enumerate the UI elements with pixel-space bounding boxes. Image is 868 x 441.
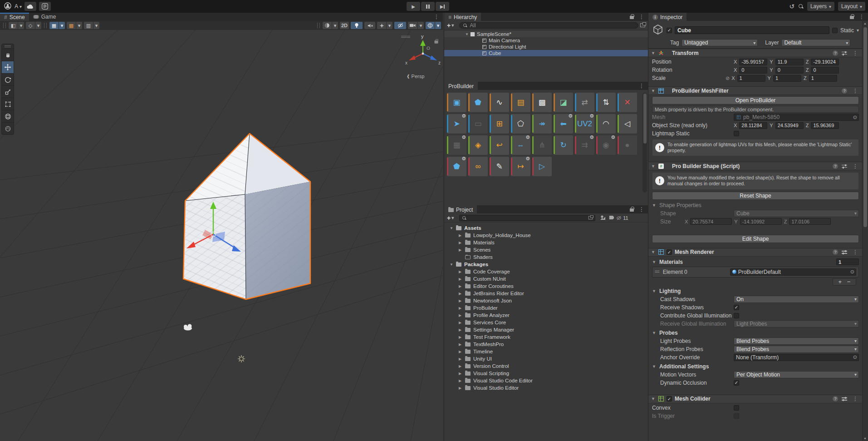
rotate-tool[interactable]: [2, 73, 14, 85]
foldout-arrow-icon[interactable]: [459, 241, 465, 245]
dynamic-occlusion-checkbox[interactable]: [734, 380, 739, 386]
foldout-arrow-icon[interactable]: [459, 335, 465, 339]
project-tree-item[interactable]: ProBuilder: [444, 304, 648, 312]
foldout-arrow-icon[interactable]: ▼: [651, 51, 656, 55]
material-element-row[interactable]: == Element 0 ProBuilderDefault ⊙: [652, 267, 859, 277]
toolbar-grip[interactable]: [317, 23, 320, 28]
toolbar-grip[interactable]: [3, 23, 6, 28]
project-create-button[interactable]: +: [447, 214, 454, 222]
foldout-arrow-icon[interactable]: ▼: [651, 164, 656, 168]
layer-dropdown[interactable]: Default: [781, 39, 850, 46]
scene-viewport[interactable]: y x z Persp: [0, 30, 443, 441]
pb-mirror[interactable]: ◁ ⚙: [618, 114, 637, 134]
scene-camera-dropdown[interactable]: ▾: [418, 22, 424, 29]
project-tree-item[interactable]: Shaders: [444, 253, 648, 261]
hierarchy-item[interactable]: ▼ Cube: [444, 50, 648, 56]
probuilder-logo-button[interactable]: [39, 2, 51, 11]
project-tree-item[interactable]: Packages: [444, 261, 648, 268]
name-field[interactable]: Cube: [675, 26, 829, 34]
materials-count-field[interactable]: 1: [836, 258, 859, 265]
pb-rect-select[interactable]: ▭ ⚙: [468, 114, 488, 134]
step-button[interactable]: ▶: [436, 2, 449, 11]
pb-shape-tool[interactable]: ➤ ⚙: [447, 114, 466, 134]
foldout-arrow-icon[interactable]: ▼: [652, 289, 657, 293]
gear-options-icon[interactable]: ⚙: [461, 113, 466, 119]
foldout-arrow-icon[interactable]: [459, 328, 465, 332]
probuilder-menu-kebab-icon[interactable]: ⋮: [637, 83, 646, 89]
scene-camera-icon[interactable]: [408, 22, 417, 29]
scale-y-field[interactable]: 1: [773, 75, 801, 82]
is-trigger-checkbox[interactable]: [734, 413, 739, 419]
project-tree-item[interactable]: Scenes: [444, 246, 648, 253]
layers-dropdown[interactable]: Layers: [807, 2, 834, 11]
convex-checkbox[interactable]: [734, 405, 739, 411]
sun-light-gizmo-icon[interactable]: [238, 355, 245, 362]
scale-x-field[interactable]: 1: [737, 75, 765, 82]
add-material-button[interactable]: +: [839, 278, 842, 285]
account-person-icon[interactable]: [4, 2, 12, 11]
perspective-label[interactable]: Persp: [407, 74, 424, 79]
pb-select-mode-dropdown[interactable]: ▾: [35, 22, 41, 29]
collider-enabled-checkbox[interactable]: [667, 396, 672, 401]
presets-icon[interactable]: [842, 164, 847, 168]
label-tag-icon[interactable]: [608, 215, 614, 221]
pb-merge-vertices[interactable]: ⋔ ⚙: [532, 135, 552, 155]
renderer-enabled-checkbox[interactable]: [667, 249, 672, 255]
grid-snapping-dropdown[interactable]: ▾: [59, 22, 65, 29]
reset-shape-button[interactable]: Reset Shape: [652, 192, 859, 200]
link-scale-icon[interactable]: ⊘: [726, 75, 730, 81]
pb-drag-rect-mode-button[interactable]: ◧: [9, 22, 18, 29]
foldout-arrow-icon[interactable]: ▼: [652, 364, 657, 369]
foldout-arrow-icon[interactable]: [459, 313, 465, 317]
object-picker-icon[interactable]: ⊙: [850, 269, 854, 275]
position-z-field[interactable]: -29.19024: [811, 59, 839, 65]
foldout-arrow-icon[interactable]: [459, 248, 465, 252]
reflection-probes-dropdown[interactable]: Blend Probes: [734, 346, 859, 353]
scene-audio-toggle[interactable]: [364, 22, 375, 29]
remove-material-button[interactable]: −: [847, 278, 851, 285]
house-mesh[interactable]: [183, 134, 310, 299]
project-tree-item[interactable]: Test Framework: [444, 333, 648, 341]
size-z-field[interactable]: 15.96369: [811, 122, 839, 129]
pause-button[interactable]: [421, 2, 435, 11]
foldout-arrow-icon[interactable]: [459, 284, 465, 288]
pb-material-editor[interactable]: ▤ ⚙: [511, 93, 530, 112]
snap-size-button[interactable]: ▥: [84, 22, 93, 29]
pb-orient-faces[interactable]: ⬅ ⚙: [554, 114, 573, 134]
overlay-lock-icon[interactable]: [434, 40, 438, 43]
foldout-arrow-icon[interactable]: ▼: [651, 89, 656, 93]
custom-editor-tool[interactable]: [2, 122, 14, 134]
project-tree-item[interactable]: Code Coverage: [444, 268, 648, 275]
help-icon[interactable]: [833, 249, 838, 255]
pb-flip-edges[interactable]: ⇔ ⚙: [511, 135, 530, 155]
pb-cut-tool[interactable]: ✎ ⚙: [490, 157, 509, 176]
position-x-field[interactable]: -35.99157: [739, 59, 767, 65]
project-tree-item[interactable]: Newtonsoft Json: [444, 297, 648, 304]
component-kebab-icon[interactable]: ⋮: [851, 249, 860, 255]
pb-export[interactable]: ✕ ⚙: [618, 93, 637, 112]
foldout-arrow-icon[interactable]: [459, 342, 465, 347]
play-button[interactable]: ▶: [407, 2, 420, 11]
shape-properties-foldout[interactable]: ▼ Shape Properties: [652, 202, 859, 209]
foldout-arrow-icon[interactable]: [459, 292, 465, 296]
foldout-arrow-icon[interactable]: [459, 299, 465, 303]
shape-size-x-field[interactable]: 20.75574: [690, 218, 732, 225]
palette-drag-handle[interactable]: [2, 44, 14, 49]
foldout-arrow-icon[interactable]: [459, 233, 465, 238]
transform-tool[interactable]: [2, 110, 14, 122]
gameobject-cube-icon[interactable]: [652, 24, 664, 37]
foldout-arrow-icon[interactable]: [459, 357, 465, 361]
project-tree-item[interactable]: Custom NUnit: [444, 275, 648, 282]
pb-connect[interactable]: ⇉ ⚙: [575, 135, 594, 155]
tab-probuilder[interactable]: ProBuilder: [444, 82, 478, 90]
foldout-arrow-icon[interactable]: [459, 372, 465, 376]
orientation-gizmo[interactable]: y x z: [405, 34, 441, 65]
foldout-arrow-icon[interactable]: [459, 379, 465, 383]
presets-icon[interactable]: [842, 396, 847, 401]
static-dropdown[interactable]: ▾: [857, 28, 859, 33]
pb-vertex-colors[interactable]: ◪ ⚙: [554, 93, 573, 112]
hidden-count-eye-icon[interactable]: 11: [616, 215, 628, 221]
materials-foldout[interactable]: ▼ Materials 1: [652, 258, 859, 266]
project-tree-item[interactable]: Version Control: [444, 362, 648, 370]
probes-foldout[interactable]: ▼ Probes: [652, 329, 859, 337]
